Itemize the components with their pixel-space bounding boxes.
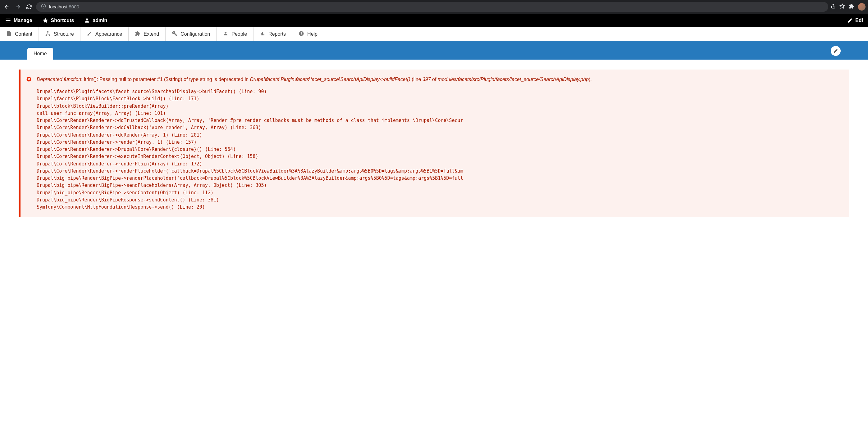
extensions-icon[interactable] (849, 3, 854, 10)
help-icon: ? (299, 31, 304, 38)
people-icon (223, 31, 228, 38)
admin-menu: Content Structure Appearance Extend Conf… (0, 27, 868, 41)
profile-avatar[interactable] (858, 3, 866, 10)
toolbar-admin-label: admin (93, 18, 107, 23)
error-icon (26, 76, 32, 83)
svg-rect-13 (264, 34, 265, 35)
address-bar[interactable]: localhost:8000 (36, 2, 828, 12)
toolbar-admin[interactable]: admin (79, 14, 112, 27)
svg-text:?: ? (301, 31, 302, 35)
error-message: Deprecated function: ltrim(): Passing nu… (19, 70, 849, 217)
tab-home[interactable]: Home (27, 48, 53, 60)
toolbar-manage[interactable]: Manage (0, 14, 37, 27)
user-icon (84, 18, 90, 24)
toolbar-shortcuts[interactable]: Shortcuts (37, 14, 79, 27)
pencil-icon (847, 18, 853, 23)
toolbar-edit[interactable]: Edi (842, 14, 868, 27)
share-icon[interactable] (831, 4, 836, 10)
sitemap-icon (45, 31, 51, 38)
back-button[interactable] (2, 2, 11, 11)
admin-menu-appearance[interactable]: Appearance (81, 27, 129, 41)
error-class: Drupal\facets\Plugin\facets\facet_source… (250, 77, 410, 82)
svg-rect-12 (262, 32, 263, 35)
error-content: Deprecated function: ltrim(): Passing nu… (37, 76, 841, 211)
admin-menu-people[interactable]: People (217, 27, 253, 41)
admin-menu-reports-label: Reports (269, 31, 286, 37)
admin-menu-structure[interactable]: Structure (39, 27, 81, 41)
reload-button[interactable] (25, 2, 34, 11)
toolbar-manage-label: Manage (14, 18, 32, 23)
drupal-admin-toolbar: Manage Shortcuts admin Edi (0, 14, 868, 27)
toolbar-edit-label: Edi (855, 18, 863, 23)
url-text: localhost:8000 (49, 4, 79, 10)
paint-icon (87, 31, 92, 38)
error-msg3: of (431, 77, 438, 82)
svg-marker-7 (42, 18, 48, 23)
admin-menu-content[interactable]: Content (0, 27, 39, 41)
chrome-right-controls (831, 3, 866, 10)
error-msg4: ). (589, 77, 592, 82)
error-file: modules/facets/src/Plugin/facets/facet_s… (438, 77, 589, 82)
hamburger-icon (5, 18, 11, 24)
url-host: localhost (49, 4, 67, 9)
admin-menu-help[interactable]: ? Help (292, 27, 324, 41)
info-icon (41, 4, 46, 10)
tab-bar: Home (0, 41, 868, 60)
star-icon (42, 18, 49, 24)
tabs: Home (27, 48, 53, 60)
wrench-icon (172, 31, 177, 38)
puzzle-icon (135, 31, 141, 38)
error-heading: Deprecated function: ltrim(): Passing nu… (37, 76, 841, 83)
forward-button[interactable] (14, 2, 22, 11)
error-msg1: : ltrim(): Passing null to parameter #1 … (81, 77, 250, 82)
admin-menu-people-label: People (231, 31, 247, 37)
svg-point-8 (47, 31, 49, 33)
svg-rect-11 (261, 33, 261, 35)
admin-menu-reports[interactable]: Reports (253, 27, 292, 41)
admin-menu-extend-label: Extend (144, 31, 159, 37)
admin-menu-extend[interactable]: Extend (129, 27, 165, 41)
error-msg2: (line (410, 77, 423, 82)
chart-icon (260, 31, 265, 38)
admin-menu-structure-label: Structure (54, 31, 74, 37)
browser-chrome: localhost:8000 (0, 0, 868, 14)
admin-menu-configuration[interactable]: Configuration (165, 27, 217, 41)
bookmark-icon[interactable] (839, 3, 845, 10)
stack-trace: Drupal\facets\Plugin\facets\facet_source… (37, 88, 841, 211)
url-port: :8000 (67, 4, 79, 9)
edit-fab[interactable] (831, 46, 841, 56)
admin-menu-appearance-label: Appearance (95, 31, 122, 37)
page-content: Deprecated function: ltrim(): Passing nu… (0, 60, 868, 227)
admin-menu-content-label: Content (15, 31, 32, 37)
svg-marker-3 (840, 4, 845, 8)
toolbar-shortcuts-label: Shortcuts (51, 18, 74, 23)
tab-home-label: Home (34, 51, 47, 56)
file-icon (6, 31, 12, 38)
error-line: 397 (423, 77, 431, 82)
admin-menu-help-label: Help (307, 31, 317, 37)
pencil-icon (833, 48, 838, 54)
admin-menu-configuration-label: Configuration (181, 31, 210, 37)
error-label: Deprecated function (37, 77, 81, 82)
